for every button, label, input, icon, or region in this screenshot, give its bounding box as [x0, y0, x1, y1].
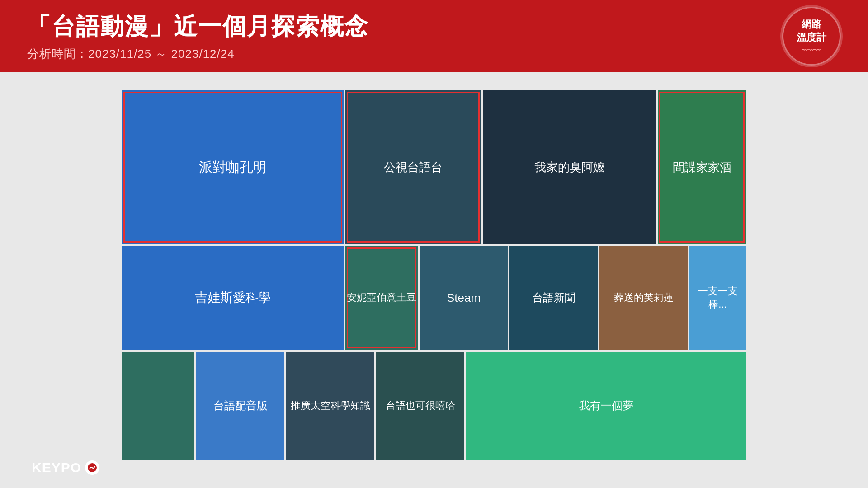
cell-公視台語台[interactable]: 公視台語台	[345, 90, 481, 244]
keypo-text: KEYPO	[32, 460, 81, 475]
cell-一支一支棒[interactable]: 一支一支棒...	[689, 246, 746, 350]
cell-empty-teal	[122, 352, 194, 460]
logo-wave: 〰〰〰	[802, 46, 821, 54]
cell-label-一支一支棒: 一支一支棒...	[689, 284, 746, 311]
cell-台語新聞[interactable]: 台語新聞	[509, 246, 598, 350]
cell-label-間諜家家酒: 間諜家家酒	[673, 160, 731, 175]
cell-我有一個夢[interactable]: 我有一個夢	[466, 352, 746, 460]
cell-我家的臭阿嬤[interactable]: 我家的臭阿嬤	[483, 90, 656, 244]
cell-吉娃斯愛科學[interactable]: 吉娃斯愛科學	[122, 246, 344, 350]
cell-label-公視台語台: 公視台語台	[384, 160, 443, 175]
cell-間諜家家酒[interactable]: 間諜家家酒	[658, 90, 746, 244]
analysis-period: 分析時間：2023/11/25 ～ 2023/12/24	[27, 46, 841, 62]
cell-台語配音版[interactable]: 台語配音版	[196, 352, 284, 460]
keypo-svg-icon	[87, 463, 97, 473]
cell-葬送的芙莉蓮[interactable]: 葬送的芙莉蓮	[599, 246, 688, 350]
cell-label-推廣太空科學知識: 推廣太空科學知識	[291, 399, 370, 413]
cell-label-我有一個夢: 我有一個夢	[579, 399, 633, 413]
header: 「台語動漫」近一個月探索概念 分析時間：2023/11/25 ～ 2023/12…	[0, 0, 868, 72]
cell-label-派對咖孔明: 派對咖孔明	[199, 158, 267, 177]
cell-Steam[interactable]: Steam	[420, 246, 508, 350]
keypo-icon	[85, 460, 99, 475]
content-area: 派對咖孔明 公視台語台 我家的臭阿嬤 間諜家家酒 吉娃斯愛科學 安妮亞伯意土豆 …	[0, 72, 868, 488]
treemap: 派對咖孔明 公視台語台 我家的臭阿嬤 間諜家家酒 吉娃斯愛科學 安妮亞伯意土豆 …	[122, 90, 746, 470]
treemap-row-3: 台語配音版 推廣太空科學知識 台語也可很嘻哈 我有一個夢	[122, 352, 746, 460]
logo-line1: 網路	[802, 18, 821, 31]
cell-label-台語配音版: 台語配音版	[213, 399, 268, 413]
cell-安妮亞伯意土豆[interactable]: 安妮亞伯意土豆	[345, 246, 418, 350]
cell-label-台語新聞: 台語新聞	[532, 291, 576, 305]
logo-line2: 溫度計	[797, 31, 826, 44]
cell-派對咖孔明[interactable]: 派對咖孔明	[122, 90, 344, 244]
cell-label-台語也可很嘻哈: 台語也可很嘻哈	[386, 399, 455, 413]
treemap-row-1: 派對咖孔明 公視台語台 我家的臭阿嬤 間諜家家酒	[122, 90, 746, 244]
cell-label-Steam: Steam	[447, 291, 481, 305]
cell-台語也可很嘻哈[interactable]: 台語也可很嘻哈	[376, 352, 464, 460]
cell-label-安妮亞伯意土豆: 安妮亞伯意土豆	[347, 291, 416, 305]
treemap-row-2: 吉娃斯愛科學 安妮亞伯意土豆 Steam 台語新聞 葬送的芙莉蓮 一支一支棒..…	[122, 246, 746, 350]
cell-label-葬送的芙莉蓮: 葬送的芙莉蓮	[614, 291, 674, 305]
cell-label-我家的臭阿嬤: 我家的臭阿嬤	[534, 160, 605, 175]
keypo-logo: KEYPO	[32, 460, 99, 475]
cell-label-吉娃斯愛科學: 吉娃斯愛科學	[195, 289, 271, 306]
logo: 網路 溫度計 〰〰〰	[782, 7, 841, 66]
page-title: 「台語動漫」近一個月探索概念	[27, 11, 841, 42]
cell-推廣太空科學知識[interactable]: 推廣太空科學知識	[286, 352, 374, 460]
